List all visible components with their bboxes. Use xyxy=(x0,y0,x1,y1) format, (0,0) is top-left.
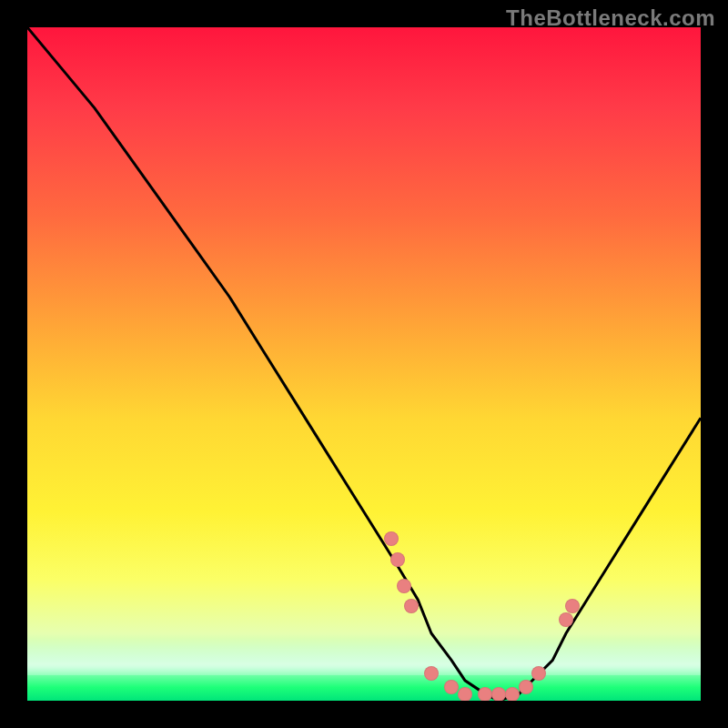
plot-area xyxy=(27,27,701,701)
data-point xyxy=(478,687,492,701)
curve-path xyxy=(27,27,701,701)
data-point xyxy=(384,531,399,546)
data-point xyxy=(505,687,520,701)
data-point xyxy=(458,687,472,701)
chart-frame: TheBottleneck.com xyxy=(0,0,728,728)
data-point xyxy=(491,687,506,701)
data-point xyxy=(390,552,405,567)
data-point xyxy=(519,680,533,694)
watermark-text: TheBottleneck.com xyxy=(506,5,715,31)
bottleneck-curve xyxy=(27,27,701,701)
